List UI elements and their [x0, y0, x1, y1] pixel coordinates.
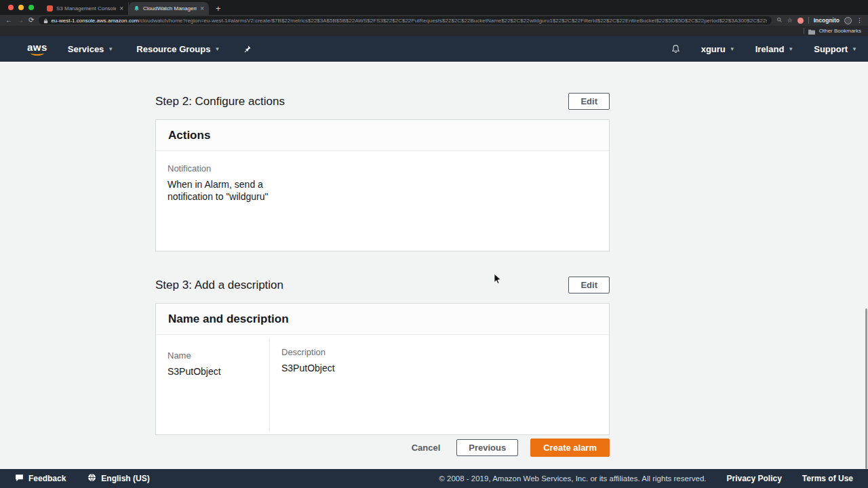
- close-tab-icon[interactable]: ×: [119, 5, 123, 12]
- account-menu[interactable]: xguru ▼: [701, 44, 735, 54]
- folder-icon: [808, 25, 815, 37]
- step3-header: Step 3: Add a description Edit: [155, 277, 610, 293]
- address-bar[interactable]: eu-west-1.console.aws.amazon.com/cloudwa…: [39, 16, 771, 24]
- feedback-label: Feedback: [28, 474, 66, 483]
- actions-card-header: Actions: [156, 120, 609, 151]
- toolbar-separator: [808, 17, 809, 24]
- s3-favicon-icon: [47, 5, 53, 12]
- browser-tab-strip: S3 Management Console × CloudWatch Manag…: [0, 0, 868, 15]
- tab-title: CloudWatch Management Con: [143, 5, 197, 12]
- actions-card-title: Actions: [168, 129, 210, 142]
- bookmarks-separator: [804, 28, 804, 34]
- bookmark-star-icon[interactable]: ☆: [787, 17, 793, 24]
- browser-menu-icon[interactable]: ⋮: [856, 17, 863, 24]
- url-text: eu-west-1.console.aws.amazon.com/cloudwa…: [51, 18, 766, 24]
- step3-title: Step 3: Add a description: [155, 279, 283, 292]
- support-label: Support: [814, 44, 848, 54]
- browser-toolbar: ← → ⟳ eu-west-1.console.aws.amazon.com/c…: [0, 15, 868, 26]
- edit-actions-button[interactable]: Edit: [568, 93, 610, 110]
- step2-header: Step 2: Configure actions Edit: [155, 93, 610, 110]
- step2-title: Step 2: Configure actions: [155, 95, 285, 108]
- chevron-down-icon: ▼: [730, 46, 735, 52]
- bookmarks-bar: Other Bookmarks: [0, 26, 868, 36]
- username-label: xguru: [701, 44, 726, 54]
- tab-title: S3 Management Console: [56, 5, 116, 12]
- description-column: Description S3PutObject: [270, 335, 347, 435]
- services-label: Services: [68, 44, 104, 54]
- window-controls: [0, 5, 42, 15]
- globe-icon: [87, 473, 96, 484]
- resource-groups-label: Resource Groups: [136, 44, 210, 54]
- tab-cloudwatch-console[interactable]: CloudWatch Management Con ×: [129, 2, 209, 15]
- close-tab-icon[interactable]: ×: [200, 5, 204, 12]
- back-button[interactable]: ←: [5, 17, 12, 24]
- language-selector[interactable]: English (US): [87, 473, 149, 484]
- name-value: S3PutObject: [167, 365, 258, 378]
- previous-button[interactable]: Previous: [456, 439, 518, 456]
- create-alarm-button[interactable]: Create alarm: [530, 439, 610, 457]
- minimize-window-button[interactable]: [18, 5, 24, 10]
- feedback-button[interactable]: Feedback: [15, 474, 66, 484]
- close-window-button[interactable]: [8, 5, 14, 10]
- navbar-right: xguru ▼ Ireland ▼ Support ▼: [650, 44, 857, 54]
- aws-navbar: aws Services ▼ Resource Groups ▼ xguru ▼…: [0, 36, 868, 62]
- zoom-page-icon[interactable]: [776, 17, 783, 24]
- edit-description-button[interactable]: Edit: [568, 277, 610, 293]
- chevron-down-icon: ▼: [214, 46, 220, 52]
- resource-groups-menu[interactable]: Resource Groups ▼: [136, 44, 220, 54]
- notification-value: When in Alarm, send a notification to "w…: [167, 178, 269, 203]
- reload-button[interactable]: ⟳: [28, 17, 34, 24]
- services-menu[interactable]: Services ▼: [68, 44, 113, 54]
- aws-logo[interactable]: aws: [27, 43, 47, 56]
- tab-s3-console[interactable]: S3 Management Console ×: [42, 2, 129, 15]
- incognito-label: Incognito: [814, 17, 840, 24]
- url-domain: eu-west-1.console.aws.amazon.com: [51, 18, 138, 24]
- new-tab-button[interactable]: +: [216, 3, 221, 15]
- name-description-card-header: Name and description: [156, 304, 609, 335]
- name-description-card: Name and description Name S3PutObject De…: [155, 303, 610, 435]
- support-menu[interactable]: Support ▼: [814, 44, 857, 54]
- console-footer: Feedback English (US) © 2008 - 2019, Ama…: [0, 469, 868, 488]
- wizard-buttons-row: Cancel Previous Create alarm: [155, 439, 610, 457]
- language-label: English (US): [101, 474, 149, 483]
- name-label: Name: [167, 350, 258, 361]
- notification-label: Notification: [167, 163, 597, 174]
- notifications-bell-icon[interactable]: [671, 44, 681, 54]
- feedback-bubble-icon: [15, 474, 24, 484]
- actions-card-body: Notification When in Alarm, send a notif…: [156, 151, 609, 215]
- aws-smile-icon: [31, 51, 44, 56]
- cloudwatch-favicon-icon: [134, 5, 140, 12]
- name-description-card-title: Name and description: [168, 312, 289, 326]
- pin-shortcut-icon[interactable]: [243, 45, 252, 54]
- cancel-button[interactable]: Cancel: [408, 439, 445, 456]
- description-label: Description: [281, 347, 335, 357]
- footer-right: © 2008 - 2019, Amazon Web Services, Inc.…: [439, 474, 853, 483]
- name-column: Name S3PutObject: [156, 338, 270, 432]
- main-content: Step 2: Configure actions Edit Actions N…: [0, 62, 868, 469]
- incognito-icon: [844, 17, 852, 24]
- region-menu[interactable]: Ireland ▼: [755, 44, 794, 54]
- lock-icon: [43, 16, 48, 24]
- extension-icon[interactable]: [797, 18, 804, 24]
- chevron-down-icon: ▼: [108, 46, 113, 52]
- actions-card: Actions Notification When in Alarm, send…: [155, 119, 610, 251]
- copyright-text: © 2008 - 2019, Amazon Web Services, Inc.…: [439, 474, 706, 483]
- forward-button[interactable]: →: [17, 17, 24, 24]
- mouse-cursor: [494, 273, 502, 287]
- scrollbar-thumb[interactable]: [865, 308, 867, 469]
- maximize-window-button[interactable]: [28, 5, 34, 10]
- url-path: /cloudwatch/home?region=eu-west-1#alarms…: [139, 18, 767, 24]
- chevron-down-icon: ▼: [788, 46, 793, 52]
- name-description-body: Name S3PutObject Description S3PutObject: [156, 335, 609, 435]
- terms-of-use-link[interactable]: Terms of Use: [802, 474, 853, 483]
- region-label: Ireland: [755, 44, 785, 54]
- screen: S3 Management Console × CloudWatch Manag…: [0, 0, 868, 488]
- chevron-down-icon: ▼: [852, 46, 857, 52]
- privacy-policy-link[interactable]: Privacy Policy: [726, 474, 781, 483]
- other-bookmarks-button[interactable]: Other Bookmarks: [819, 28, 861, 34]
- description-value: S3PutObject: [281, 362, 335, 374]
